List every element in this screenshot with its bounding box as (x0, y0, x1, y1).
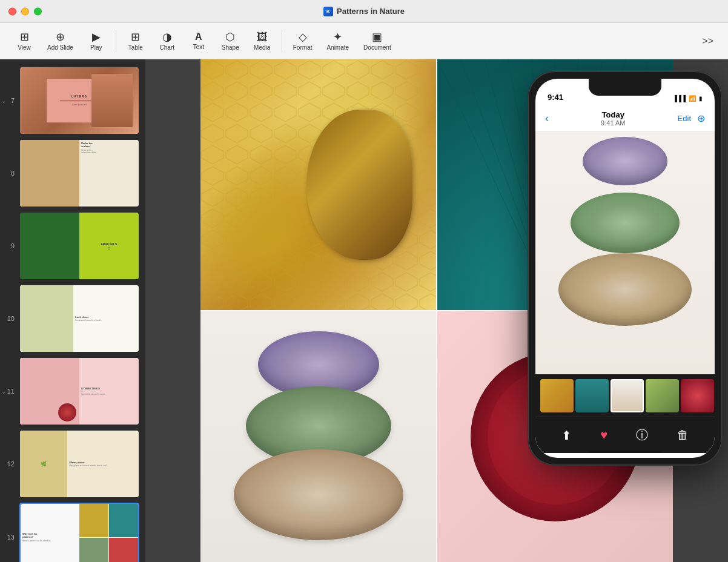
table-button[interactable]: ⊞ Table (121, 29, 150, 53)
chart-icon: ◑ (162, 31, 172, 42)
fullscreen-button[interactable] (34, 7, 42, 15)
toolbar-more-button[interactable]: >> (697, 33, 718, 49)
slide-thumb-wrap-12: 🌿 Mirror, mirror Many plants and several… (19, 430, 139, 498)
shape-button[interactable]: ⬡ Shape (216, 29, 245, 53)
slide-item-12[interactable]: 12 🌿 Mirror, mirror Many plants and seve… (0, 428, 145, 500)
close-button[interactable] (8, 7, 16, 15)
slide-thumb-wrap-10: Look closer Romanesco broccoli is a frac… (19, 285, 139, 352)
phone-nav-title-text: Today (549, 110, 678, 119)
view-icon: ⊞ (20, 31, 29, 42)
phone-thumb-2[interactable] (575, 379, 609, 412)
add-slide-label: Add Slide (47, 44, 73, 51)
phone-status-icons: ▐▐▐ 📶 ▮ (673, 95, 703, 102)
phone-home-indicator (589, 451, 661, 453)
slide-item-8[interactable]: 8 Under the surface Go to, go to —the cu… (0, 137, 145, 210)
phone-overlay: 9:41 ▐▐▐ 📶 ▮ ‹ Today 9:41 AM (528, 71, 722, 465)
slide-thumb-9: FRACTALS△ (20, 213, 139, 279)
slide-thumb-8: Under the surface Go to, go to —the curr… (20, 140, 139, 207)
slide-item-7[interactable]: ⌄ 7 LAYERS Lorem ipsum text (0, 64, 145, 137)
animate-label: Animate (326, 44, 349, 51)
info-button[interactable]: ⓘ (636, 427, 648, 443)
slide-item-9[interactable]: 9 FRACTALS△ (0, 210, 145, 282)
delete-button[interactable]: 🗑 (677, 428, 689, 442)
urchin-bottom (234, 449, 403, 540)
slide-num-8: 8 (6, 170, 15, 177)
like-button[interactable]: ♥ (600, 428, 607, 442)
phone-time: 9:41 (548, 93, 563, 102)
slide-thumb-13: Why look forpatterns? Nature's patterns … (21, 504, 138, 562)
phone-more-button[interactable]: ⊕ (697, 113, 705, 124)
slide-num-10: 10 (6, 315, 15, 322)
phone-thumb-5[interactable] (681, 379, 714, 412)
add-slide-button[interactable]: ⊕ Add Slide (41, 29, 79, 53)
phone-urchin-mid (571, 193, 680, 253)
window-title: K Patterns in Nature (323, 7, 405, 16)
share-button[interactable]: ⬆ (561, 428, 572, 443)
format-label: Format (293, 44, 313, 51)
media-label: Media (254, 44, 270, 51)
phone-thumb-4[interactable] (646, 379, 679, 412)
slide-thumb-wrap-8: Under the surface Go to, go to —the curr… (19, 139, 139, 207)
phone-nav-subtitle: 9:41 AM (549, 119, 678, 127)
chart-button[interactable]: ◑ Chart (153, 29, 182, 53)
animate-button[interactable]: ✦ Animate (320, 29, 355, 53)
slide-item-10[interactable]: 10 Look closer Romanesco broccoli is a f… (0, 282, 145, 355)
canvas-cell-urchins (200, 311, 436, 562)
view-label: View (18, 44, 31, 51)
phone-nav-actions: Edit ⊕ (678, 113, 705, 124)
view-button[interactable]: ⊞ View (10, 29, 39, 53)
slide-num-13: 13 (6, 534, 15, 541)
slide-panel: ⌄ 7 LAYERS Lorem ipsum text 8 (0, 59, 145, 562)
format-button[interactable]: ◇ Format (287, 29, 319, 53)
phone-edit-button[interactable]: Edit (678, 114, 691, 123)
media-button[interactable]: 🖼 Media (248, 29, 277, 53)
add-slide-icon: ⊕ (56, 31, 65, 42)
separator-2 (282, 30, 282, 52)
phone-frame: 9:41 ▐▐▐ 📶 ▮ ‹ Today 9:41 AM (528, 71, 722, 465)
slide-item-13[interactable]: 13 Why look forpatterns? Nature's patter… (0, 500, 145, 562)
slide-item-11[interactable]: ⌄ 11 SYMMETRIES ✳ Symmetries abound in n… (0, 355, 145, 428)
phone-thumb-1[interactable] (540, 379, 574, 412)
canvas-cell-bee (200, 59, 436, 310)
phone-nav-title: Today 9:41 AM (549, 110, 678, 127)
slide-thumb-wrap-9: FRACTALS△ (19, 212, 139, 280)
traffic-lights (8, 7, 42, 15)
shape-icon: ⬡ (225, 31, 235, 42)
phone-thumb-3[interactable] (611, 379, 644, 412)
separator-1 (116, 30, 116, 52)
animate-icon: ✦ (333, 31, 342, 42)
play-label: Play (90, 44, 102, 51)
group-chevron-7: ⌄ (1, 98, 6, 104)
phone-urchin-low (558, 253, 692, 326)
media-icon: 🖼 (257, 31, 268, 42)
slide-thumb-7: LAYERS Lorem ipsum text (20, 67, 139, 134)
play-icon: ▶ (92, 31, 101, 42)
table-label: Table (128, 44, 143, 51)
canvas-area: 9:41 ▐▐▐ 📶 ▮ ‹ Today 9:41 AM (145, 59, 728, 562)
phone-nav-bar: ‹ Today 9:41 AM Edit ⊕ (535, 105, 715, 132)
phone-action-bar: ⬆ ♥ ⓘ 🗑 (535, 417, 715, 453)
play-button[interactable]: ▶ Play (82, 29, 111, 53)
text-icon: A (195, 32, 202, 42)
phone-notch (589, 79, 661, 96)
slide-thumb-wrap-7: LAYERS Lorem ipsum text (19, 67, 139, 134)
document-button[interactable]: ▣ Document (357, 29, 397, 53)
wifi-icon: 📶 (689, 95, 696, 102)
phone-screen: 9:41 ▐▐▐ 📶 ▮ ‹ Today 9:41 AM (535, 79, 715, 458)
slide-num-12: 12 (6, 460, 15, 468)
phone-main-image (535, 132, 715, 374)
slide-num-9: 9 (6, 242, 15, 250)
document-label: Document (363, 44, 391, 51)
slide-thumb-11: SYMMETRIES ✳ Symmetries abound in nature… (20, 358, 139, 425)
chart-label: Chart (160, 44, 174, 51)
urchin-stack (200, 311, 436, 562)
text-button[interactable]: A Text (184, 30, 213, 53)
battery-icon: ▮ (699, 95, 703, 102)
table-icon: ⊞ (131, 31, 140, 42)
format-icon: ◇ (299, 31, 307, 42)
text-label: Text (193, 44, 204, 50)
document-icon: ▣ (372, 31, 382, 42)
minimize-button[interactable] (21, 7, 29, 15)
phone-thumbnail-strip (535, 374, 715, 417)
group-chevron-11: ⌄ (1, 388, 6, 395)
